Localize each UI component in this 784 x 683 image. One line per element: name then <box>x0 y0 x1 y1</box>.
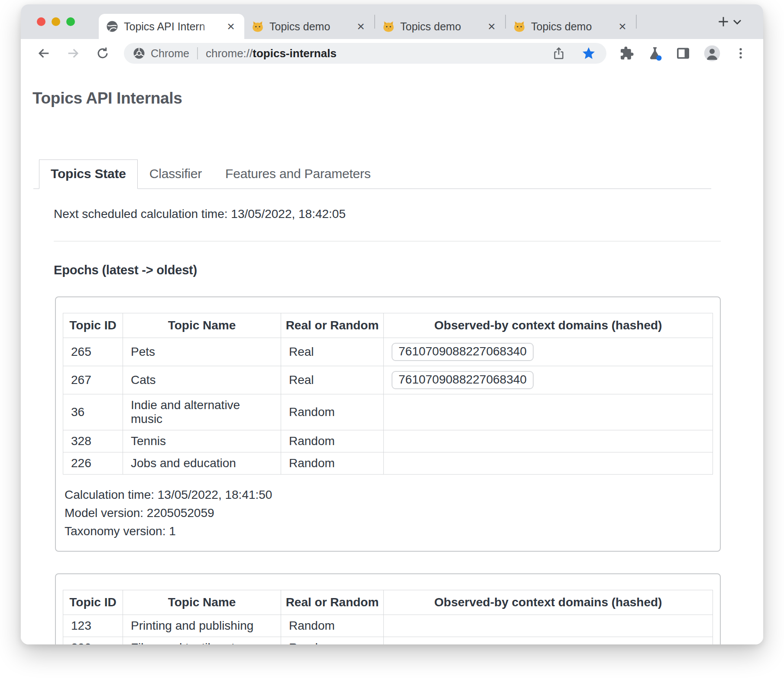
epoch-metadata: Calculation time: 13/05/2022, 18:41:50Mo… <box>65 486 713 540</box>
profile-button[interactable] <box>703 45 721 62</box>
minimize-window-button[interactable] <box>52 17 60 26</box>
new-tab-button[interactable] <box>716 15 730 29</box>
observed-domains-cell: 7610709088227068340 <box>384 366 713 394</box>
puzzle-icon <box>619 46 634 61</box>
epoch-section: Topic IDTopic NameReal or RandomObserved… <box>55 573 721 644</box>
reload-icon <box>95 46 110 61</box>
topics-table: Topic IDTopic NameReal or RandomObserved… <box>63 313 713 475</box>
observed-domains-cell <box>384 394 713 430</box>
tab-close-icon[interactable]: × <box>616 20 629 33</box>
browser-menu-button[interactable] <box>734 46 748 60</box>
table-row: 200Fibre and textile artsRandom <box>63 637 713 645</box>
tab-separator <box>636 15 637 29</box>
column-header: Topic ID <box>63 590 123 615</box>
tab-search-button[interactable] <box>730 15 744 29</box>
site-label: Chrome <box>151 47 189 60</box>
divider <box>54 241 721 241</box>
epoch-meta-line: Calculation time: 13/05/2022, 18:41:50 <box>65 486 713 504</box>
table-row: 328TennisRandom <box>63 430 713 452</box>
url-text: chrome://topics-internals <box>206 47 543 60</box>
cat-favicon-icon <box>251 20 264 33</box>
flask-icon <box>647 46 663 61</box>
page-tab-bar: Topics State Classifier Features and Par… <box>33 159 711 189</box>
table-header-row: Topic IDTopic NameReal or RandomObserved… <box>63 590 713 615</box>
browser-tab[interactable]: Topics API Intern × <box>99 14 244 39</box>
topic-id-cell: 267 <box>63 366 123 394</box>
real-or-random-cell: Random <box>281 615 384 637</box>
column-header: Observed-by context domains (hashed) <box>384 313 713 338</box>
page-tab[interactable]: Classifier <box>138 159 214 189</box>
real-or-random-cell: Random <box>281 637 384 645</box>
back-button[interactable] <box>31 46 56 61</box>
page-tab[interactable]: Topics State <box>39 159 138 189</box>
forward-button[interactable] <box>61 46 86 61</box>
toolbar-icons <box>619 45 748 62</box>
hashed-domain-chip: 7610709088227068340 <box>392 343 534 361</box>
topic-id-cell: 200 <box>63 637 123 645</box>
extensions-button[interactable] <box>619 46 634 61</box>
real-or-random-cell: Random <box>281 452 384 475</box>
tab-close-icon[interactable]: × <box>224 20 237 33</box>
topic-name-cell: Tennis <box>123 430 281 452</box>
back-arrow-icon <box>36 46 51 61</box>
side-panel-icon <box>676 46 690 61</box>
close-window-button[interactable] <box>37 17 45 26</box>
tab-close-icon[interactable]: × <box>354 20 367 33</box>
epoch-meta-line: Model version: 2205052059 <box>65 504 713 522</box>
three-dot-menu-icon <box>734 46 748 60</box>
topic-name-cell: Printing and publishing <box>123 615 281 637</box>
tab-title: Topics API Intern <box>124 20 219 33</box>
url-host: topics-internals <box>253 47 337 60</box>
browser-tab[interactable]: Topics demo × <box>506 14 636 39</box>
hashed-domain-chip: 7610709088227068340 <box>392 371 534 389</box>
side-panel-button[interactable] <box>676 46 690 61</box>
omnibox-actions <box>552 46 596 61</box>
real-or-random-cell: Random <box>281 430 384 452</box>
observed-domains-cell <box>384 637 713 645</box>
share-button[interactable] <box>552 46 566 60</box>
plus-icon <box>716 15 730 29</box>
browser-window: Topics API Intern × Topics demo × <box>21 4 763 644</box>
topic-name-cell: Jobs and education <box>123 452 281 475</box>
browser-tab[interactable]: Topics demo × <box>244 14 374 39</box>
share-icon <box>552 46 566 60</box>
experiments-button[interactable] <box>647 46 663 61</box>
reload-button[interactable] <box>90 46 115 61</box>
page-content: Topics API Internals Topics State Classi… <box>21 68 763 644</box>
epoch-meta-line: Taxonomy version: 1 <box>65 522 713 540</box>
real-or-random-cell: Real <box>281 338 384 366</box>
bookmark-star-button[interactable] <box>581 46 596 61</box>
tab-close-icon[interactable]: × <box>485 20 498 33</box>
zoom-window-button[interactable] <box>66 17 75 26</box>
column-header: Topic ID <box>63 313 123 338</box>
observed-domains-cell <box>384 430 713 452</box>
topic-name-cell: Cats <box>123 366 281 394</box>
tab-title: Topics demo <box>531 20 611 33</box>
avatar <box>703 45 721 62</box>
star-icon <box>581 46 596 61</box>
browser-tab-strip: Topics API Intern × Topics demo × <box>21 4 763 39</box>
table-row: 265PetsReal7610709088227068340 <box>63 338 713 366</box>
observed-domains-cell <box>384 615 713 637</box>
topic-id-cell: 226 <box>63 452 123 475</box>
topic-id-cell: 265 <box>63 338 123 366</box>
epochs-list: Topic IDTopic NameReal or RandomObserved… <box>21 296 763 644</box>
browser-tab[interactable]: Topics demo × <box>375 14 505 39</box>
address-bar[interactable]: Chrome chrome://topics-internals <box>124 43 606 64</box>
table-row: 123Printing and publishingRandom <box>63 615 713 637</box>
tab-title: Topics demo <box>269 20 349 33</box>
epochs-heading: Epochs (latest -> oldest) <box>54 263 763 277</box>
topic-name-cell: Indie and alternative music <box>123 394 281 430</box>
real-or-random-cell: Real <box>281 366 384 394</box>
table-row: 36Indie and alternative musicRandom <box>63 394 713 430</box>
globe-favicon-icon <box>106 20 119 33</box>
chevron-down-icon <box>730 15 744 29</box>
observed-domains-cell <box>384 452 713 475</box>
real-or-random-cell: Random <box>281 394 384 430</box>
url-scheme: chrome:// <box>206 47 253 60</box>
table-header-row: Topic IDTopic NameReal or RandomObserved… <box>63 313 713 338</box>
next-calculation-time: Next scheduled calculation time: 13/05/2… <box>54 207 763 221</box>
page-tab[interactable]: Features and Parameters <box>214 159 382 189</box>
page-title: Topics API Internals <box>32 89 763 107</box>
column-header: Topic Name <box>123 313 281 338</box>
